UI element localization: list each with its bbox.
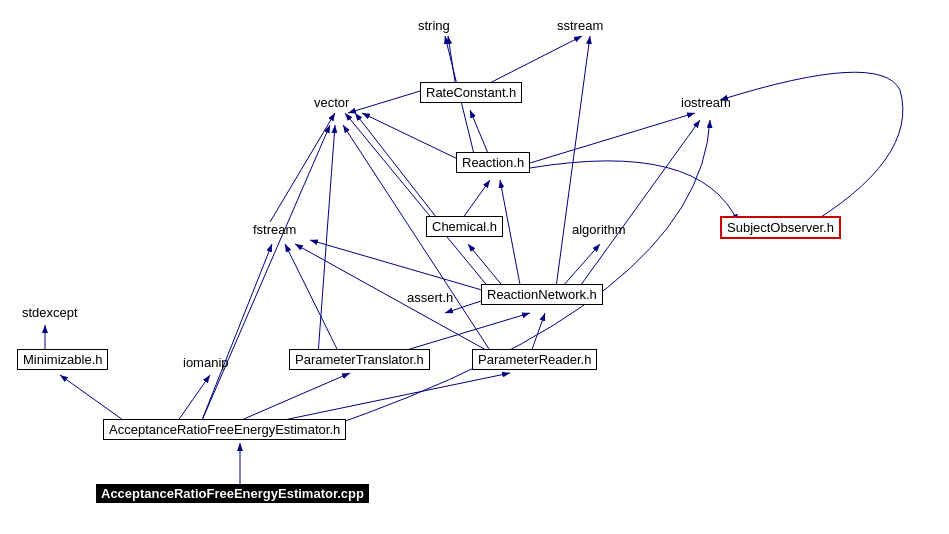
node-chemical: Chemical.h (426, 216, 503, 237)
svg-line-5 (362, 113, 466, 163)
svg-line-9 (355, 113, 440, 222)
node-reactionnetwork: ReactionNetwork.h (481, 284, 603, 305)
arrows-svg (0, 0, 949, 534)
node-iostream: iostream (681, 95, 731, 110)
svg-line-21 (295, 244, 495, 355)
dependency-diagram: string sstream vector RateConstant.h ios… (0, 0, 949, 534)
node-parametertranslator: ParameterTranslator.h (289, 349, 430, 370)
node-sstream: sstream (557, 18, 603, 33)
svg-line-27 (60, 375, 130, 425)
svg-line-20 (318, 125, 335, 355)
node-assert: assert.h (407, 290, 453, 305)
svg-line-2 (480, 36, 582, 88)
svg-line-3 (348, 88, 430, 113)
node-acceptanceratiocpp: AcceptanceRatioFreeEnergyEstimator.cpp (96, 484, 369, 503)
svg-line-10 (310, 240, 499, 295)
node-iomanip: iomanip (183, 355, 229, 370)
svg-line-29 (260, 373, 510, 425)
svg-line-26 (175, 375, 210, 425)
node-rateconstant: RateConstant.h (420, 82, 522, 103)
svg-line-17 (555, 36, 590, 295)
svg-line-14 (570, 120, 700, 300)
node-subjectobserver: SubjectObserver.h (720, 216, 841, 239)
svg-line-28 (230, 373, 350, 425)
node-fstream: fstream (253, 222, 296, 237)
node-vector: vector (314, 95, 349, 110)
svg-line-11 (500, 180, 522, 295)
node-string: string (418, 18, 450, 33)
svg-line-25 (200, 244, 272, 425)
node-parameterreader: ParameterReader.h (472, 349, 597, 370)
svg-line-7 (530, 113, 695, 163)
node-minimizable: Minimizable.h (17, 349, 108, 370)
svg-line-16 (345, 113, 499, 300)
node-acceptanceratio: AcceptanceRatioFreeEnergyEstimator.h (103, 419, 346, 440)
svg-line-4 (470, 110, 490, 158)
node-stdexcept: stdexcept (22, 305, 78, 320)
svg-line-32 (270, 113, 335, 222)
svg-line-18 (285, 244, 340, 355)
node-algorithm: algorithm (572, 222, 625, 237)
svg-line-30 (200, 125, 330, 425)
node-reaction: Reaction.h (456, 152, 530, 173)
svg-line-1 (448, 36, 456, 88)
